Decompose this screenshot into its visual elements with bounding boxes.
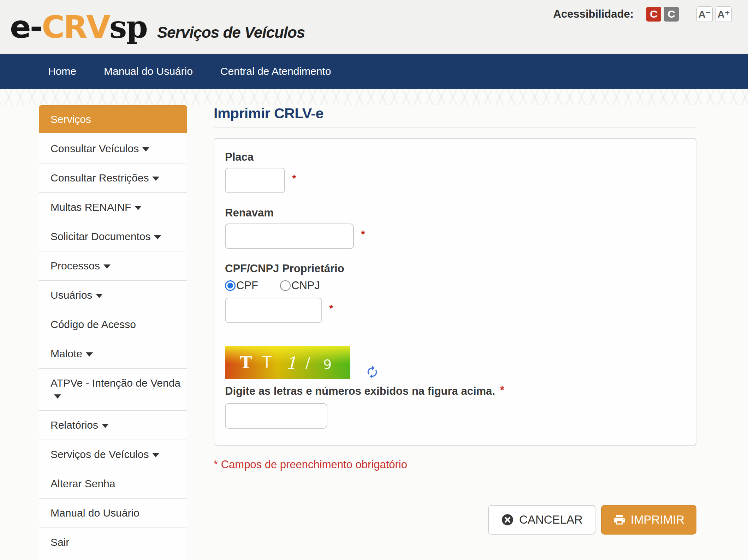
form-panel: Placa * Renavam * CPF/CNPJ Proprietário …	[214, 138, 696, 446]
renavam-label: Renavam	[225, 207, 683, 219]
sidebar-item-malote[interactable]: Malote	[39, 339, 187, 369]
nav-central[interactable]: Central de Atendimento	[220, 65, 331, 77]
required-asterisk: *	[500, 384, 504, 395]
logo-prefix: e-	[10, 9, 42, 45]
app-header: e-CRVsp Serviços de Veículos Acessibilid…	[0, 0, 748, 54]
cpf-cnpj-radio-group: CPF CNPJ	[225, 279, 683, 292]
accessibility-bar: Acessibilidade: C C A⁻ A⁺	[553, 6, 732, 22]
cpf-radio[interactable]: CPF	[225, 279, 258, 292]
svg-text:T: T	[262, 353, 272, 371]
accessibility-label: Acessibilidade:	[553, 8, 634, 20]
sidebar-header-servicos: Serviços	[39, 105, 187, 133]
sidebar-item-usuarios[interactable]: Usuários	[39, 281, 187, 310]
required-asterisk: *	[329, 302, 333, 314]
chevron-down-icon	[102, 424, 109, 428]
cancel-circle-x-icon	[501, 513, 514, 526]
required-asterisk: *	[361, 228, 365, 240]
sidebar-empty-cell	[39, 557, 187, 560]
sidebar-item-codigo-de-acesso[interactable]: Código de Acesso	[39, 310, 187, 339]
sidebar-item-alterar-senha[interactable]: Alterar Senha	[39, 469, 187, 499]
main-content: Imprimir CRLV-e Placa * Renavam * CPF/CN…	[214, 105, 696, 560]
chevron-down-icon	[152, 177, 159, 181]
chevron-down-icon	[54, 394, 61, 399]
sidebar: Serviços Consultar Veículos Consultar Re…	[39, 105, 187, 560]
svg-text:9: 9	[323, 357, 332, 372]
chevron-down-icon	[135, 206, 142, 210]
printer-icon	[613, 513, 626, 526]
sidebar-item-consultar-restricoes[interactable]: Consultar Restrições	[39, 163, 187, 193]
cancel-button[interactable]: CANCELAR	[488, 505, 595, 535]
logo-tagline: Serviços de Veículos	[157, 24, 305, 41]
cpf-cnpj-input[interactable]	[225, 298, 322, 323]
nav-home[interactable]: Home	[48, 65, 76, 77]
sidebar-item-consultar-veiculos[interactable]: Consultar Veículos	[39, 134, 187, 163]
page-title: Imprimir CRLV-e	[214, 105, 696, 122]
cnpj-radio-label: CNPJ	[291, 279, 320, 292]
nav-manual[interactable]: Manual do Usuário	[104, 65, 193, 77]
renavam-input[interactable]	[225, 224, 354, 249]
sidebar-item-multas-renainf[interactable]: Multas RENAINF	[39, 193, 187, 222]
sidebar-item-servicos-de-veiculos[interactable]: Serviços de Veículos	[39, 440, 187, 469]
captcha-input[interactable]	[225, 403, 327, 429]
font-decrease-button[interactable]: A⁻	[696, 6, 713, 22]
chevron-down-icon	[154, 235, 161, 239]
cpf-cnpj-label: CPF/CNPJ Proprietário	[225, 262, 683, 275]
logo-brand: CRV	[42, 9, 109, 45]
chevron-down-icon	[103, 264, 111, 269]
refresh-icon	[365, 365, 379, 379]
sidebar-item-solicitar-documentos[interactable]: Solicitar Documentos	[39, 222, 187, 251]
sidebar-item-processos[interactable]: Processos	[39, 251, 187, 281]
svg-text:1: 1	[286, 353, 297, 373]
chevron-down-icon	[152, 453, 159, 457]
placa-label: Placa	[225, 151, 683, 163]
cpf-radio-label: CPF	[236, 279, 258, 292]
placa-input[interactable]	[225, 168, 285, 193]
main-nav: Home Manual do Usuário Central de Atendi…	[0, 54, 748, 89]
ecrvsp-logo: e-CRVsp Serviços de Veículos	[10, 8, 305, 45]
chevron-down-icon	[86, 352, 93, 357]
required-fields-note: * Campos de preenchimento obrigatório	[214, 458, 696, 471]
title-divider	[214, 127, 696, 127]
sidebar-item-manual-do-usuario[interactable]: Manual do Usuário	[39, 499, 187, 528]
radio-unselected-icon[interactable]	[280, 280, 291, 291]
sidebar-item-relatorios[interactable]: Relatórios	[39, 411, 187, 440]
svg-text:/: /	[305, 355, 310, 371]
sidebar-menu: Consultar Veículos Consultar Restrições …	[39, 134, 187, 560]
font-increase-button[interactable]: A⁺	[716, 6, 732, 22]
captcha-instruction: Digite as letras e números exibidos na f…	[225, 385, 683, 398]
radio-selected-icon[interactable]	[225, 280, 236, 291]
required-asterisk: *	[292, 172, 296, 184]
cnpj-radio[interactable]: CNPJ	[280, 279, 320, 292]
captcha-image: T T 1 / 9	[225, 346, 350, 379]
sidebar-item-sair[interactable]: Sair	[39, 528, 187, 557]
normal-contrast-button[interactable]: C	[664, 7, 679, 22]
svg-text:T: T	[240, 353, 252, 372]
chevron-down-icon	[142, 147, 149, 151]
logo-suffix: sp	[109, 8, 147, 45]
chevron-down-icon	[96, 294, 103, 298]
captcha-refresh-button[interactable]	[365, 365, 379, 379]
form-actions: CANCELAR IMPRIMIR	[214, 505, 696, 535]
print-button[interactable]: IMPRIMIR	[601, 505, 696, 535]
high-contrast-button[interactable]: C	[646, 7, 661, 22]
sidebar-item-atpve[interactable]: ATPVe - Intenção de Venda	[39, 369, 187, 411]
